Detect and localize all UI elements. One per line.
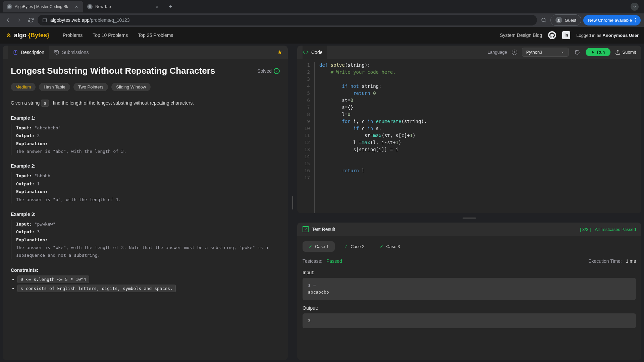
tab-description[interactable]: Description [8,46,49,59]
topic-tag[interactable]: Two Pointers [73,83,108,91]
submit-button[interactable]: Submit [615,50,636,55]
result-title: ✓ Test Result [303,226,335,232]
nav-problems[interactable]: Problems [63,33,83,38]
site-settings-icon [42,18,47,22]
play-icon [591,50,595,54]
output-box: 3 [303,313,636,328]
svg-line-5 [545,21,546,22]
app-header: algo {Bytes} Problems Top 10 Problems To… [0,27,644,44]
svg-point-7 [635,18,636,19]
problem-title: Longest Substring Without Repeating Char… [11,66,215,76]
svg-point-0 [8,5,11,8]
svg-marker-13 [592,51,594,54]
testcase-status: Passed [326,258,342,264]
svg-rect-2 [43,18,47,22]
logo-icon [5,31,12,40]
topic-tag[interactable]: Hash Table [39,83,70,91]
guest-profile-button[interactable]: Guest [550,14,582,26]
close-icon[interactable]: × [154,4,160,9]
url-text: algobytes.web.app/problems/q_10123 [50,17,130,23]
svg-point-4 [542,18,545,22]
url-bar[interactable]: algobytes.web.app/problems/q_10123 [38,15,537,25]
upload-icon [615,50,621,55]
code-panel: Code Language i Python3 Run [297,46,641,213]
example-2: Example 2: Input: "bbbbb" Output: 1 Expl… [11,163,280,203]
check-icon: ✓ [344,244,348,249]
output-label: Output: [303,305,636,311]
check-icon: ✓ [309,244,312,249]
new-tab-button[interactable]: + [166,2,175,11]
result-panel: ✓ Test Result [ 3/3 ] All Testcases Pass… [297,223,641,360]
tab-submissions[interactable]: Submissions [49,46,93,59]
language-label: Language [488,50,507,55]
code-icon [303,49,309,55]
reset-icon[interactable] [574,49,581,56]
input-box: s = abcabcbb [303,278,636,300]
constraints-list: 0 <= s.length <= 5 * 10^4 s consists of … [11,277,280,291]
info-icon[interactable]: i [512,50,517,55]
example-3: Example 3: Input: "pwwkew" Output: 3 Exp… [11,212,280,259]
case-tab-1[interactable]: ✓ Case 1 [303,241,335,252]
avatar-icon [555,17,562,23]
logo[interactable]: algo {Bytes} [5,31,49,40]
horizontal-resize-handle[interactable] [291,46,294,360]
check-circle-icon: ✓ [274,68,280,74]
github-icon[interactable] [548,31,556,39]
star-icon[interactable]: ★ [277,49,282,56]
nav-top25[interactable]: Top 25 Problems [138,33,173,38]
browser-tab-1[interactable]: New Tab × [83,1,164,12]
tab-code[interactable]: Code [303,46,327,59]
input-label: Input: [303,270,636,275]
zoom-icon[interactable] [539,15,548,25]
chevron-down-icon [560,50,565,54]
case-tab-2[interactable]: ✓ Case 2 [338,241,370,252]
document-icon [13,50,18,55]
nav-top10[interactable]: Top 10 Problems [93,33,128,38]
svg-point-1 [89,5,91,8]
forward-button[interactable] [15,15,24,25]
code-editor[interactable]: 1234567891011121314151617 def solve(stri… [297,59,641,213]
history-icon [54,50,59,55]
svg-point-9 [635,21,636,22]
close-icon[interactable]: × [74,4,79,9]
language-select[interactable]: Python3 [522,48,569,57]
reload-button[interactable] [26,15,36,25]
logo-text: algo {Bytes} [14,32,49,39]
difficulty-tag[interactable]: Medium [11,83,36,91]
check-icon: ✓ [380,244,383,249]
tab-title: AlgoBytes | Master Coding Sk [15,4,68,9]
svg-point-6 [558,19,559,20]
svg-point-8 [635,20,636,21]
browser-tab-0[interactable]: AlgoBytes | Master Coding Sk × [3,1,83,12]
exec-time-value: 1 ms [626,258,636,264]
new-chrome-button[interactable]: New Chrome available [583,15,641,25]
testcase-label: Testcase: [303,258,322,264]
vertical-resize-handle[interactable] [297,217,641,219]
problem-description: Given a string s , find the length of th… [11,99,280,107]
linkedin-icon[interactable]: in [562,31,570,39]
back-button[interactable] [3,15,13,25]
run-button[interactable]: Run [586,48,610,56]
example-1: Example 1: Input: "abcabcbb" Output: 3 E… [11,115,280,156]
logged-in-status: Logged in as Anonymous User [576,33,639,38]
description-panel: Description Submissions ★ Longest Substr… [3,46,288,360]
constraints-heading: Constraints: [11,267,280,273]
system-design-link[interactable]: System Design Blog [500,33,542,38]
window-menu-icon[interactable] [631,3,639,11]
topic-tag[interactable]: Sliding Window [111,83,151,91]
more-icon [635,18,636,22]
result-summary: [ 3/3 ] All Testcases Passed [580,227,636,232]
line-numbers: 1234567891011121314151617 [297,62,314,213]
solved-badge: Solved ✓ [257,68,280,74]
favicon-icon [87,4,93,9]
case-tab-3[interactable]: ✓ Case 3 [374,241,406,252]
exec-time-label: Execution Time: [588,258,622,264]
check-icon: ✓ [303,226,309,232]
favicon-icon [7,4,12,9]
tab-title: New Tab [95,4,111,9]
